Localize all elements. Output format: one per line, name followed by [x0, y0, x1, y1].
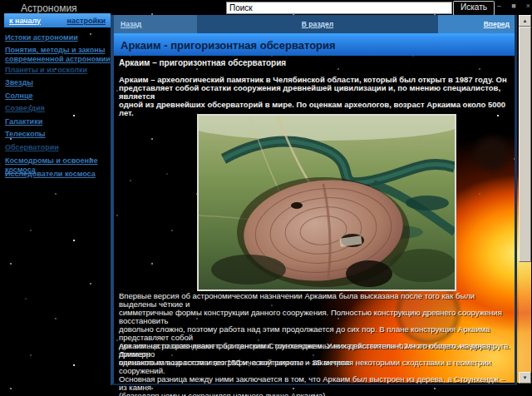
sidebar-item-planety[interactable]: Планеты и их осколки: [5, 66, 111, 75]
article-paragraph-1: Аркаим – археологический памятник в Челя…: [119, 76, 513, 117]
minimize-icon[interactable]: –: [497, 2, 501, 10]
maximize-icon[interactable]: ■: [511, 2, 515, 10]
close-icon[interactable]: ×: [526, 2, 530, 10]
article-paragraph-3: Аркаим часто сравнивают с британским Сто…: [119, 342, 513, 396]
sidebar-item-ponyatiya[interactable]: Понятия, методы и законы современенной а…: [5, 46, 111, 64]
scrollbar-thumb[interactable]: [519, 27, 531, 262]
section-link[interactable]: В раздел: [302, 20, 333, 28]
scroll-up-icon[interactable]: ▲: [519, 15, 531, 27]
sidebar-item-sozvezdiya[interactable]: Созвездия: [5, 104, 111, 113]
navbar-back-segment: Назад: [114, 15, 197, 33]
page-title: Аркаим - пригоризонтная обсерватория: [114, 36, 515, 56]
arkaim-aerial-photo: [197, 114, 456, 291]
navbar-forward-segment: Вперед: [438, 15, 515, 33]
top-nav-bar: к началу настройки: [4, 13, 111, 27]
forward-link[interactable]: Вперед: [484, 20, 510, 28]
arkaim-photo-art: [199, 116, 455, 290]
sidebar-item-istoki[interactable]: Истоки астрономии: [5, 33, 111, 42]
article-navbar: Назад В раздел Вперед: [114, 15, 515, 33]
sidebar-item-observatorii[interactable]: Обсерватории: [5, 143, 111, 152]
vertical-scrollbar: ▲ ▼: [519, 15, 531, 384]
window-controls: – ■ ×: [497, 2, 530, 10]
sidebar-item-zvezdy[interactable]: Звезды: [5, 78, 111, 87]
app-title: Астрономия: [21, 2, 77, 14]
back-link[interactable]: Назад: [121, 20, 141, 28]
navbar-section-segment: В раздел: [197, 15, 438, 33]
article-window: Назад В раздел Вперед Аркаим - пригоризо…: [111, 15, 517, 385]
home-link[interactable]: к началу: [9, 17, 41, 25]
article-heading: Аркаим – пригоризонтная обсерватория: [119, 59, 513, 67]
search-button[interactable]: Искать: [453, 1, 495, 16]
sidebar-item-issledovateli[interactable]: Исследователи космоса: [5, 170, 111, 179]
sidebar-item-teleskopy[interactable]: Телескопы: [5, 130, 111, 139]
sidebar-item-galaktiki[interactable]: Галактики: [5, 117, 111, 126]
scroll-down-icon[interactable]: ▼: [519, 372, 531, 384]
sidebar-item-solnce[interactable]: Солнце: [5, 92, 111, 101]
article-content: Аркаим – пригоризонтная обсерватория Арк…: [114, 56, 515, 384]
settings-link[interactable]: настройки: [67, 17, 106, 25]
search-input[interactable]: [226, 2, 452, 14]
